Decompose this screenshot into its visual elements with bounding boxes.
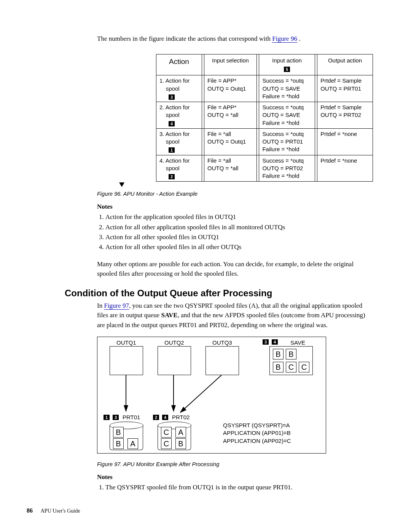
row-label: Action for	[166, 131, 190, 137]
cell-text: OUTQ = *all	[207, 165, 238, 171]
cell-text: Success = *outq	[262, 131, 304, 137]
list-item: Action for all other application spooled…	[105, 222, 373, 232]
save-badge-2: 4	[272, 339, 278, 345]
row-badge: 2	[169, 174, 175, 179]
figure-97-diagram: OUTQ1 OUTQ2 OUTQ3 3 4 SAVE B B B C C 1 3…	[97, 337, 326, 454]
row-label2: spool	[166, 138, 180, 145]
outq2-label: OUTQ2	[164, 339, 184, 346]
cell-text: OUTQ = PRT02	[262, 165, 303, 171]
prt02-badge-2: 4	[162, 415, 168, 420]
outq2-box	[158, 346, 191, 375]
page-footer: 86 APU User's Guide	[27, 507, 80, 514]
cell-text: Prtdef = *none	[320, 157, 357, 164]
page-number: 86	[27, 507, 33, 514]
save-box: B B B C C	[269, 346, 313, 375]
prt02-badge-1: 2	[153, 415, 159, 420]
list-item: Action for all other spooled files in OU…	[105, 232, 373, 242]
cell-text: OUTQ = SAVE	[262, 112, 300, 118]
table-row: 2. Action for spool 4 File = APP* OUTQ =…	[156, 102, 373, 129]
cell-text: File = APP*	[207, 104, 236, 110]
letter-box: C	[286, 362, 296, 372]
text: In	[97, 302, 104, 309]
fig96-followup-paragraph: Many other options are possible for each…	[97, 259, 373, 279]
cell-text: OUTQ = SAVE	[262, 85, 300, 92]
legend-line: APPLICATION (APP01)=B	[223, 429, 291, 437]
cell-text: Success = *outq	[262, 77, 304, 84]
prt01-cylinder: B B A	[110, 425, 143, 450]
figure-96-caption: Figure 96. APU Monitor - Action Example	[97, 191, 373, 197]
figure-97-caption: Figure 97. APU Monitor Example After Pro…	[97, 461, 373, 467]
outq1-label: OUTQ1	[116, 339, 136, 346]
section2-paragraph: In Figure 97, you can see the two QSYSPR…	[97, 301, 373, 330]
intro-text-suffix: .	[299, 35, 300, 42]
row-label: Action for	[166, 157, 190, 164]
notes-heading-2: Notes	[97, 473, 373, 481]
intro-paragraph: The numbers in the figure indicate the a…	[97, 34, 373, 43]
letter-box: B	[113, 427, 124, 438]
row-badge: 4	[169, 121, 175, 126]
outq1-box	[110, 346, 143, 375]
cell-text: Prtdef = *none	[320, 131, 357, 137]
table-row: 4. Action for spool 2 File = *all OUTQ =…	[156, 155, 373, 182]
cell-text: OUTQ = PRT01	[262, 138, 303, 145]
svg-line-2	[180, 375, 221, 412]
legend-line: QSYSPRT (QSYSPRT)=A	[223, 422, 291, 429]
list-item: Action for the application spooled files…	[105, 212, 373, 222]
cell-text: OUTQ = PRT02	[320, 112, 361, 118]
cell-text: Failure = *hold	[262, 146, 299, 152]
cell-text: Success = *outq	[262, 157, 304, 164]
cell-text: Failure = *hold	[262, 93, 299, 99]
section-heading: Condition of the Output Queue after Proc…	[65, 288, 373, 299]
cell-text: File = *all	[207, 131, 231, 137]
figure-97-link[interactable]: Figure 97	[104, 302, 129, 310]
row-num: 4.	[159, 157, 164, 164]
row-label2: spool	[166, 112, 180, 118]
letter-box: C	[299, 362, 309, 372]
notes-list: Action for the application spooled files…	[97, 212, 373, 252]
save-badge-1: 3	[263, 339, 269, 345]
footer-title: APU User's Guide	[41, 508, 80, 514]
cell-text: Failure = *hold	[262, 173, 299, 179]
letter-box: B	[273, 349, 284, 359]
intro-text-prefix: The numbers in the figure indicate the a…	[97, 35, 272, 42]
row-label2: spool	[166, 165, 180, 171]
letter-box: A	[127, 438, 138, 449]
bold-text: SAVE	[161, 312, 178, 319]
table-row: 3. Action for spool 1 File = *all OUTQ =…	[156, 128, 373, 155]
arrow-down-icon	[119, 182, 124, 187]
prt01-badge-1: 1	[104, 415, 110, 420]
list-item: The QSYSPRT spooled file from OUTQ1 is i…	[105, 482, 373, 492]
legend: QSYSPRT (QSYSPRT)=A APPLICATION (APP01)=…	[223, 422, 291, 445]
legend-line: APPLICATION (APP02)=C	[223, 437, 291, 445]
cell-text: File = *all	[207, 157, 231, 164]
col-action-header: Action	[159, 57, 199, 67]
cell-text: Prtdef = Sample	[320, 104, 362, 110]
row-num: 1.	[159, 77, 164, 84]
col-output-action-header: Output action	[317, 54, 373, 75]
prt02-label: PRT02	[172, 414, 190, 420]
cell-text: File = APP*	[207, 77, 236, 84]
letter-box: B	[113, 438, 124, 449]
cell-text: Failure = *hold	[262, 120, 299, 126]
row-num: 2.	[159, 104, 164, 110]
notes-list-2: The QSYSPRT spooled file from OUTQ1 is i…	[97, 482, 373, 492]
letter-box: B	[175, 438, 186, 449]
table-row: 1. Action for spool 3 File = APP* OUTQ =…	[156, 75, 373, 102]
row-label: Action for	[166, 104, 190, 110]
col-input-action-header: Input action	[262, 57, 312, 64]
prt02-cylinder: C A C B	[158, 425, 191, 450]
letter-box: B	[286, 349, 296, 359]
figure-96-link[interactable]: Figure 96	[272, 35, 297, 43]
outq3-box	[206, 346, 239, 375]
cell-text: OUTQ = Outq1	[207, 85, 246, 92]
row-badge: 1	[169, 147, 175, 153]
row-label: Action for	[166, 77, 190, 84]
row-badge: 3	[169, 94, 175, 100]
cell-text: OUTQ = Outq1	[207, 138, 246, 145]
figure-96-table: Action Input selection Input action 5 Ou…	[156, 54, 373, 182]
row-num: 3.	[159, 131, 164, 137]
figure-96-table-wrap: Action Input selection Input action 5 Ou…	[97, 54, 373, 182]
save-label: SAVE	[290, 339, 305, 346]
prt01-badge-2: 3	[113, 415, 119, 420]
letter-box: C	[161, 438, 172, 449]
